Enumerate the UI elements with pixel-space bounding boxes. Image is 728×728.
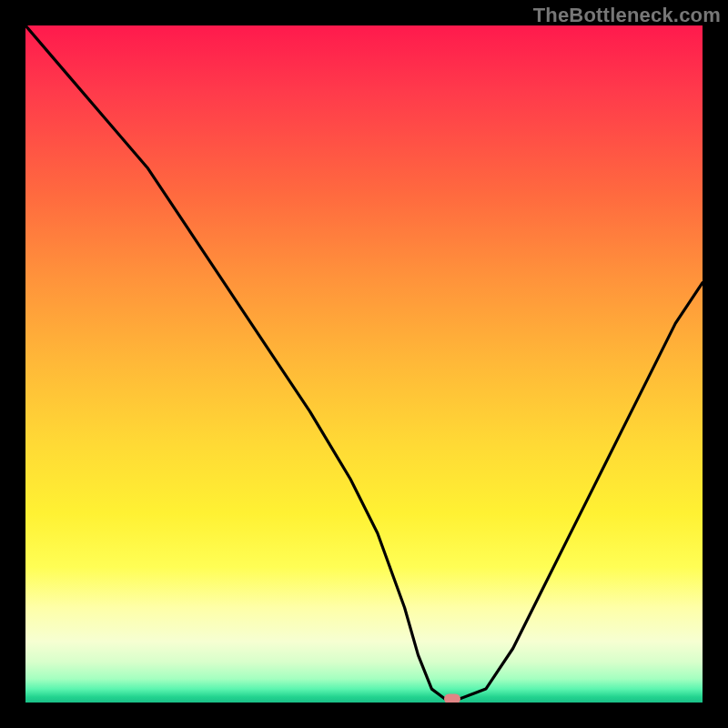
- chart-frame: TheBottleneck.com: [0, 0, 728, 728]
- minimum-marker: [444, 694, 460, 703]
- plot-inner: [25, 25, 703, 703]
- bottleneck-curve: [25, 25, 703, 703]
- plot-area: [25, 25, 703, 703]
- watermark-text: TheBottleneck.com: [533, 4, 721, 27]
